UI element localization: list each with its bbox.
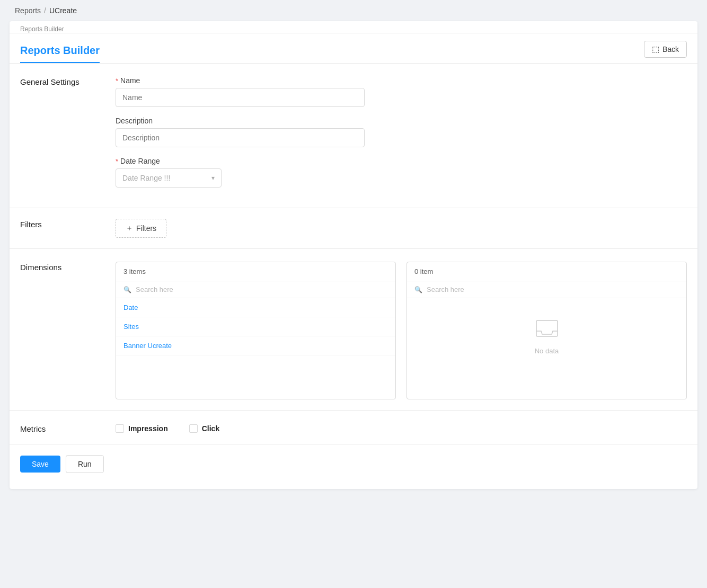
filters-label: Filters (20, 219, 116, 229)
dim-item-banner[interactable]: Banner Ucreate (116, 336, 395, 355)
metrics-content: Impression Click (116, 424, 687, 433)
filters-section: Filters ＋ Filters (10, 208, 697, 249)
right-panel-search-row: 🔍 Search here (407, 281, 686, 298)
main-card: Reports Builder Reports Builder ⬚ Back G… (10, 21, 697, 489)
right-search-placeholder: Search here (427, 286, 464, 293)
general-settings-content: * Name Description * Date Range Da (116, 76, 687, 197)
date-range-label: * Date Range (116, 157, 687, 165)
date-range-required-star: * (116, 157, 118, 165)
name-required-star: * (116, 77, 118, 85)
page-title: Reports Builder (20, 44, 100, 63)
general-settings-section: General Settings * Name Description (10, 64, 697, 208)
click-label: Click (202, 424, 219, 433)
description-field-group: Description (116, 117, 687, 147)
metrics-section: Metrics Impression Click (10, 411, 697, 444)
add-filters-button[interactable]: ＋ Filters (116, 219, 166, 238)
impression-checkbox[interactable] (116, 424, 124, 433)
back-button[interactable]: ⬚ Back (644, 41, 687, 58)
name-input[interactable] (116, 88, 365, 107)
dim-item-sites[interactable]: Sites (116, 317, 395, 336)
search-icon: 🔍 (123, 286, 131, 293)
dimensions-right-panel: 0 item 🔍 Search here No data (406, 262, 687, 399)
card-tab-label: Reports Builder (20, 25, 64, 33)
no-data-area: No data (407, 298, 686, 376)
dimensions-section: Dimensions 3 items 🔍 Search here Date Si… (10, 249, 697, 411)
add-filters-label: Filters (136, 224, 156, 233)
left-search-placeholder: Search here (136, 286, 173, 293)
filters-content: ＋ Filters (116, 219, 687, 238)
right-panel-count: 0 item (407, 262, 686, 281)
click-checkbox[interactable] (189, 424, 198, 433)
breadcrumb-reports[interactable]: Reports (15, 6, 41, 15)
dimensions-left-panel: 3 items 🔍 Search here Date Sites Banner … (116, 262, 396, 399)
chevron-down-icon: ▾ (211, 174, 215, 182)
run-button[interactable]: Run (66, 455, 104, 473)
back-button-label: Back (662, 45, 679, 54)
back-icon: ⬚ (652, 44, 659, 54)
card-tab-bar: Reports Builder (10, 21, 697, 33)
breadcrumb-separator: / (44, 6, 46, 15)
left-panel-count: 3 items (116, 262, 395, 281)
description-label: Description (116, 117, 687, 125)
inbox-icon (534, 319, 560, 341)
date-range-field-group: * Date Range Date Range !!! ▾ (116, 157, 687, 188)
date-range-value: Date Range !!! (122, 174, 170, 182)
metric-item-click: Click (189, 424, 219, 433)
description-input[interactable] (116, 128, 365, 147)
page-header: Reports Builder ⬚ Back (10, 33, 697, 63)
plus-icon: ＋ (126, 224, 133, 233)
dimensions-panels: 3 items 🔍 Search here Date Sites Banner … (116, 262, 687, 399)
save-button[interactable]: Save (20, 456, 60, 473)
search-icon: 🔍 (414, 286, 422, 293)
date-range-select[interactable]: Date Range !!! ▾ (116, 168, 222, 188)
metrics-label: Metrics (20, 423, 116, 433)
left-panel-search-row: 🔍 Search here (116, 281, 395, 298)
metric-item-impression: Impression (116, 424, 168, 433)
impression-label: Impression (128, 424, 168, 433)
action-bar: Save Run (10, 444, 697, 489)
dim-item-date[interactable]: Date (116, 298, 395, 317)
no-data-label: No data (535, 347, 559, 355)
name-field-group: * Name (116, 76, 687, 107)
dimensions-label: Dimensions (20, 262, 116, 272)
name-label: * Name (116, 76, 687, 85)
breadcrumb: Reports / UCreate (0, 0, 707, 21)
general-settings-label: General Settings (20, 76, 116, 197)
breadcrumb-current: UCreate (49, 6, 77, 15)
